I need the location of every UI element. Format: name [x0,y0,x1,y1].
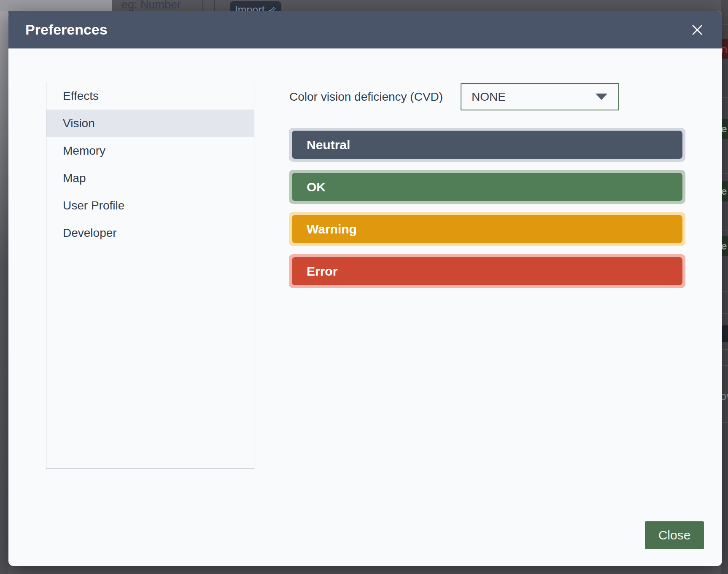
sidebar-item-user-profile[interactable]: User Profile [46,192,254,219]
background-green-badge-fragment: e [721,236,728,256]
cvd-selected-value: NONE [472,84,506,110]
swatch-neutral-fill: Neutral [292,131,682,159]
swatch-warning: Warning [289,212,685,246]
background-row-divider [721,97,728,98]
backdrop-right: na e e e ov [721,0,728,574]
preferences-section-list: Effects Vision Memory Map User Profile D… [46,82,254,469]
background-panel [0,0,112,11]
sidebar-item-map[interactable]: Map [46,164,254,192]
backdrop-left [0,11,8,574]
background-dark-button-fragment [721,325,728,342]
background-green-badge-fragment: e [721,119,728,139]
background-row-divider [721,349,728,350]
swatch-label: Neutral [292,131,682,159]
sidebar-item-vision[interactable]: Vision [46,110,254,137]
sidebar-item-effects[interactable]: Effects [46,82,254,110]
cvd-label: Color vision deficiency (CVD) [289,83,443,110]
sidebar-item-developer[interactable]: Developer [46,219,254,247]
background-row-divider [721,24,728,25]
background-page-top: eg: Number Import ⇙ [0,0,728,11]
background-table-border [214,0,215,11]
background-field-placeholder: eg: Number [121,0,181,11]
swatch-error: Error [289,254,685,288]
close-button[interactable]: Close [645,521,704,549]
swatch-label: Warning [292,215,682,243]
chevron-down-icon [596,94,607,100]
screen: eg: Number Import ⇙ na e e e ov Preferen… [0,0,728,574]
swatch-label: OK [292,173,682,201]
swatch-neutral: Neutral [289,128,685,162]
cvd-dropdown[interactable]: NONE [461,83,619,110]
background-row-divider [721,422,728,423]
background-row-divider [721,313,728,314]
background-red-badge-fragment: na [721,39,728,59]
background-row-divider [721,173,728,174]
dialog-title: Preferences [25,11,108,48]
dialog-header: Preferences [8,11,722,48]
preferences-dialog: Preferences Effects Vision Memory Map Us… [8,11,722,566]
background-row-divider [721,230,728,231]
swatch-warning-fill: Warning [292,215,682,243]
background-row-divider [721,365,728,366]
swatch-ok-fill: OK [292,173,682,201]
background-green-badge-fragment: e [721,181,728,201]
sidebar-item-memory[interactable]: Memory [46,137,254,164]
close-icon[interactable] [688,20,707,40]
swatch-error-fill: Error [292,257,682,285]
swatch-ok: OK [289,170,685,204]
swatch-label: Error [292,257,682,285]
background-row-divider [721,291,728,292]
background-table-border [202,0,203,11]
